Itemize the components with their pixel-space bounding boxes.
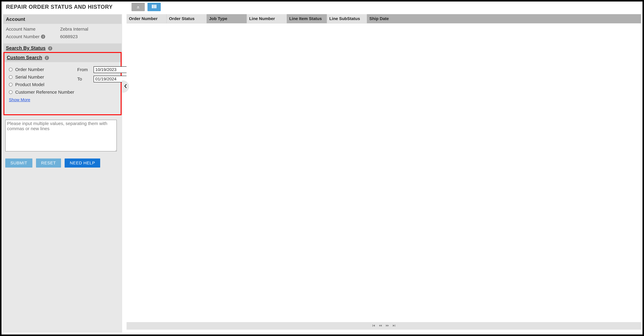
pager-prev-icon[interactable] [379,324,382,328]
results-grid: Order Number Order Status Job Type Line … [126,14,641,332]
account-number-value: 6088923 [60,34,78,39]
columns-icon [152,4,157,10]
grid-header-row: Order Number Order Status Job Type Line … [126,14,641,23]
radio-customer-reference[interactable]: Customer Reference Number [9,88,74,96]
main-area: Account Account Name Zebra Internal Acco… [3,14,641,332]
submit-button[interactable]: SUBMIT [5,159,32,168]
col-line-substatus[interactable]: Line SubStatus [327,14,367,23]
from-label: From [77,67,91,72]
svg-rect-1 [154,5,155,8]
grid-body [126,23,641,322]
radio-column: Order Number Serial Number Product Model… [9,66,74,102]
chevron-left-icon [124,84,127,89]
account-name-value: Zebra Internal [60,27,88,32]
reset-button[interactable]: RESET [36,159,61,168]
to-label: To [77,77,91,82]
sidebar: Account Account Name Zebra Internal Acco… [3,14,122,332]
multi-value-input[interactable] [5,120,117,151]
radio-serial-number[interactable]: Serial Number [9,73,74,81]
svg-rect-2 [155,5,156,8]
pager-next-icon[interactable] [386,324,389,328]
account-number-row: Account Number i 6088923 [6,33,119,41]
col-line-number[interactable]: Line Number [247,14,287,23]
info-icon[interactable]: i [45,56,49,60]
radio-input[interactable] [9,75,12,79]
pager-last-icon[interactable] [392,324,395,328]
svg-rect-4 [395,324,395,327]
radio-label: Customer Reference Number [15,90,74,95]
multi-value-wrap [5,120,120,152]
header-buttons [132,3,161,11]
col-order-number[interactable]: Order Number [126,14,166,23]
info-icon[interactable]: i [48,46,52,51]
radio-input[interactable] [9,90,12,94]
col-order-status[interactable]: Order Status [166,14,207,23]
need-help-button[interactable]: NEED HELP [65,159,100,168]
info-icon[interactable]: i [41,35,45,39]
download-icon [136,4,140,10]
grid-pager [126,322,641,330]
col-job-type[interactable]: Job Type [207,14,247,23]
radio-input[interactable] [9,83,12,86]
pager-first-icon[interactable] [372,324,375,328]
custom-search-highlight: Custom Search i Order Number Serial Numb… [4,52,122,115]
download-button[interactable] [132,3,145,11]
search-by-status-header[interactable]: Search By Status i [4,44,122,53]
account-number-label-text: Account Number [6,34,40,39]
account-name-row: Account Name Zebra Internal [6,25,119,33]
account-header: Account [4,15,122,24]
radio-order-number[interactable]: Order Number [9,66,74,73]
col-line-item-status[interactable]: Line Item Status [287,14,327,23]
radio-label: Serial Number [15,75,44,80]
svg-rect-0 [152,5,153,8]
header-row: REPAIR ORDER STATUS AND HISTORY [3,3,641,11]
radio-label: Order Number [15,67,44,72]
search-by-status-label: Search By Status [6,45,46,51]
radio-product-model[interactable]: Product Model [9,81,74,88]
columns-button[interactable] [148,3,161,11]
to-date-value: 01/19/2024 [95,77,131,82]
svg-rect-3 [372,324,373,327]
action-row: SUBMIT RESET NEED HELP [4,152,122,171]
account-body: Account Name Zebra Internal Account Numb… [4,24,122,44]
custom-search-header[interactable]: Custom Search i [4,53,121,62]
account-name-label: Account Name [6,27,60,32]
radio-label: Product Model [15,82,44,87]
from-date-value: 10/19/2023 [95,67,131,72]
custom-search-body: Order Number Serial Number Product Model… [4,62,121,114]
custom-search-label: Custom Search [7,55,42,60]
radio-input[interactable] [9,68,12,71]
col-ship-date[interactable]: Ship Date [367,14,641,23]
page-title: REPAIR ORDER STATUS AND HISTORY [6,4,113,10]
account-number-label: Account Number i [6,34,60,39]
show-more-link[interactable]: Show More [9,96,30,102]
